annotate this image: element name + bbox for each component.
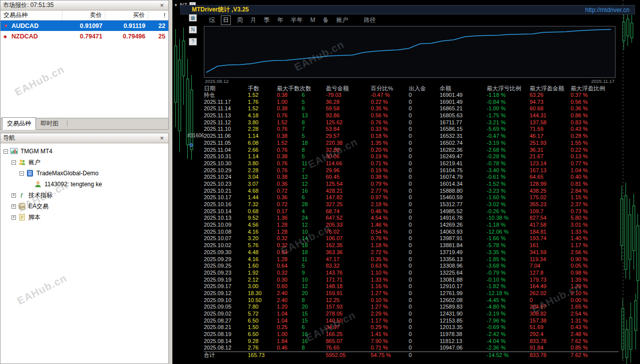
period-tab[interactable]: 日 bbox=[221, 15, 231, 25]
stats-cell: 7.90 % bbox=[371, 338, 409, 345]
stats-cell: 2.40 bbox=[277, 290, 302, 297]
stats-cell: -4.80 % bbox=[487, 304, 530, 311]
market-watch-titlebar: 市场报价: 07:51:35 × bbox=[0, 0, 168, 10]
tree-item-platform[interactable]: −TMGM MT4 bbox=[0, 146, 168, 157]
stats-cell: 0.63 % bbox=[371, 263, 409, 270]
stats-cell: -2.36 % bbox=[487, 345, 530, 352]
period-tab[interactable]: 综 bbox=[207, 16, 216, 24]
stats-cell: 4.68 bbox=[248, 188, 277, 195]
market-watch-row[interactable]: ▼AUDCAD0.910970.9111922 bbox=[0, 20, 168, 31]
stats-cell: 327.25 bbox=[326, 201, 371, 208]
stats-panel-url-link[interactable]: http://mtdriver.cn bbox=[585, 6, 630, 13]
stats-cell: 164.49 bbox=[530, 283, 571, 290]
stats-cell: 54.75 % bbox=[371, 352, 409, 359]
period-tab[interactable]: 备 bbox=[321, 16, 330, 24]
stats-cell: 2.84 % bbox=[571, 188, 611, 195]
stats-cell: 14916.78 bbox=[440, 215, 487, 222]
stats-cell: 1.36 bbox=[277, 215, 302, 222]
tree-item-ea[interactable]: +EAEA交易 bbox=[0, 201, 168, 212]
stats-cell: 16 bbox=[302, 331, 326, 338]
stats-cell: 3.04 bbox=[248, 174, 277, 181]
stats-cell: 0.81 % bbox=[571, 181, 611, 188]
stats-cell: 1.29 % bbox=[571, 283, 611, 290]
stats-cell: 2025.08.12 bbox=[204, 345, 248, 352]
expand-plus-icon[interactable]: + bbox=[11, 204, 16, 209]
column-spread[interactable]: ! bbox=[148, 12, 168, 19]
stats-cell: -1.75 % bbox=[487, 112, 530, 119]
stats-cell: 1.52 bbox=[248, 105, 277, 112]
period-tab[interactable]: M bbox=[309, 16, 317, 23]
news-icon[interactable]: N bbox=[189, 26, 197, 33]
stats-cell: 76.02 bbox=[326, 229, 371, 236]
period-tab[interactable]: 路径 bbox=[362, 16, 377, 24]
stats-cell: 278.05 bbox=[326, 311, 371, 318]
period-tab[interactable]: 季 bbox=[262, 16, 271, 24]
stats-cell: 0.22 % bbox=[371, 99, 409, 106]
chart-window: ▼ NZ □ ▦ N ? #31606 MTDriver统计 ,V3.25 ht… bbox=[172, 0, 640, 364]
tree-item-book[interactable]: −TradeMaxGlobal-Demo bbox=[0, 168, 168, 179]
stats-cell: 2025.09.02 bbox=[204, 311, 248, 318]
stats-cell: 0.97 % bbox=[371, 194, 409, 201]
help-icon[interactable]: ? bbox=[189, 38, 197, 45]
stats-cell: 363.36 bbox=[326, 249, 371, 256]
stats-cell: 0.56 % bbox=[371, 112, 409, 119]
column-ask[interactable]: 买价 bbox=[105, 11, 148, 19]
period-tab[interactable]: 半年 bbox=[289, 16, 304, 24]
stats-cell: 4.56 bbox=[248, 222, 277, 229]
collapse-minus-icon[interactable]: − bbox=[3, 149, 8, 154]
stats-cell: -4.04 % bbox=[487, 338, 530, 345]
stats-cell: 16249.47 bbox=[440, 153, 487, 160]
stats-cell: 0 bbox=[409, 283, 440, 290]
stats-cell: 7.32 bbox=[248, 201, 277, 208]
expand-plus-icon[interactable]: + bbox=[11, 193, 16, 198]
collapse-minus-icon[interactable]: − bbox=[19, 171, 24, 176]
close-icon[interactable]: × bbox=[158, 134, 166, 142]
collapse-minus-icon[interactable]: − bbox=[11, 160, 16, 165]
chart-mode-icon[interactable]: ▦ bbox=[189, 14, 197, 21]
stats-cell: 0.10 % bbox=[371, 297, 409, 304]
period-tab[interactable]: 年 bbox=[276, 16, 285, 24]
stats-row: 2025.09.294.161.281147.170.35 %013356.13… bbox=[204, 256, 619, 263]
stats-row: 2025.10.303.800.7611114.660.71 %016219.4… bbox=[204, 160, 619, 167]
stats-cell: 13308.96 bbox=[440, 263, 487, 270]
stats-cell: 159.91 bbox=[326, 290, 371, 297]
stats-cell: 341.59 bbox=[530, 249, 571, 256]
indicator-icon: f bbox=[18, 191, 26, 199]
stats-cell: 0 bbox=[409, 229, 440, 236]
stats-cell: -7.96 % bbox=[487, 318, 530, 325]
stats-cell: 2025.11.13 bbox=[204, 112, 248, 119]
period-tab[interactable]: 月 bbox=[249, 16, 258, 24]
stats-cell: 6.50 bbox=[248, 331, 277, 338]
stats-cell: 9.28 bbox=[248, 338, 277, 345]
expand-plus-icon[interactable]: + bbox=[11, 215, 16, 220]
stats-cell: 4.18 bbox=[248, 112, 277, 119]
column-bid[interactable]: 卖价 bbox=[62, 11, 105, 19]
column-symbol[interactable]: 交易品种 bbox=[0, 11, 62, 19]
tree-item-script[interactable]: +脚本 bbox=[0, 212, 168, 223]
period-tab[interactable]: 周 bbox=[235, 16, 244, 24]
stats-cell: 0 bbox=[409, 167, 440, 174]
stats-cell: 2.76 bbox=[248, 345, 277, 352]
stats-row: 2025.11.123.801.528125.620.76 %016711.77… bbox=[204, 119, 619, 126]
market-watch-row[interactable]: ◆NZDCAD0.794710.7949625 bbox=[0, 31, 168, 41]
close-icon[interactable]: × bbox=[158, 1, 166, 9]
tree-item-indicator[interactable]: +f技术指标 bbox=[0, 190, 168, 201]
stats-cell: 428.21 bbox=[326, 188, 371, 195]
tree-item-user[interactable]: 1143092: tengteng ke bbox=[0, 179, 168, 190]
stats-cell: 0.00 % bbox=[571, 297, 611, 304]
stats-cell: 0 bbox=[409, 174, 440, 181]
stats-cell: 2025.10.21 bbox=[204, 188, 248, 195]
stats-cell: 13356.13 bbox=[440, 256, 487, 263]
stats-cell: -3.68 % bbox=[487, 263, 530, 270]
stats-cell: 0 bbox=[409, 311, 440, 318]
bid-value: 0.91097 bbox=[62, 22, 105, 29]
stats-cell: 51.69 bbox=[530, 324, 571, 331]
tab-tick-chart[interactable]: 即时图 bbox=[36, 118, 63, 129]
stats-cell: 15888.80 bbox=[440, 188, 487, 195]
period-tab[interactable]: 账户 bbox=[335, 16, 350, 24]
stats-cell: 308.82 bbox=[530, 311, 571, 318]
tree-item-accounts[interactable]: −账户 bbox=[0, 157, 168, 168]
tab-symbols[interactable]: 交易品种 bbox=[2, 117, 36, 130]
stats-cell: 15 bbox=[302, 311, 326, 318]
stats-cell: -3.19 % bbox=[487, 140, 530, 147]
